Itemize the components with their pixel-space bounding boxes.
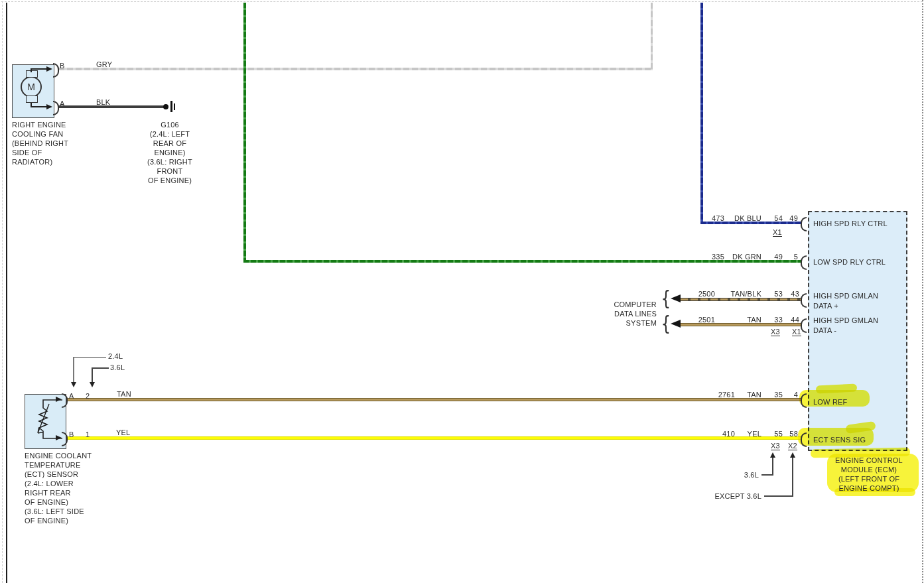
ecm-pin-connector — [801, 217, 807, 231]
ecm-pin-connector — [801, 432, 807, 447]
ecm-pin-label-ect-sens-sig: ECT SENS SIG — [813, 436, 866, 444]
ecm-pin-label-high-spd-rly: HIGH SPD RLY CTRL — [813, 220, 888, 228]
fan-internal-line — [31, 106, 48, 107]
ecm-pin-connector — [801, 393, 807, 408]
motor-brush-top — [26, 70, 38, 78]
callout-line — [92, 367, 93, 383]
brace-symbol: { — [661, 290, 671, 308]
yel-wire-label: YEL — [116, 428, 130, 437]
ect-pin-a-arrow — [56, 397, 62, 402]
fan-pin-b-arrow — [46, 66, 52, 72]
brace-symbol: { — [661, 315, 671, 333]
ground-symbol-dot — [163, 104, 168, 109]
dk-blu-wire-vertical — [700, 3, 703, 224]
pin-number: 5 — [783, 253, 798, 261]
pin-number: 43 — [785, 290, 799, 298]
wire-color-label: YEL — [727, 430, 761, 438]
ecm-pin-label-low-spd-rly: LOW SPD RLY CTRL — [813, 258, 886, 267]
blk-wire — [58, 105, 165, 108]
computer-data-lines-label: COMPUTER DATA LINES SYSTEM — [600, 300, 657, 328]
motor-brush-bottom — [26, 96, 38, 103]
wire-color-label: DK GRN — [727, 253, 761, 261]
circuit-number: 2500 — [682, 290, 715, 298]
wire-color-label: DK BLU — [727, 214, 761, 223]
dk-grn-wire-vertical — [243, 3, 246, 263]
callout-arrow-down — [71, 382, 76, 387]
ecm-pin-label-gmlan-plus-1: HIGH SPD GMLAN — [813, 292, 878, 300]
callout-except-3-6l: EXCEPT 3.6L — [700, 492, 761, 501]
connector-id: X3 — [771, 328, 780, 336]
motor-letter: M — [27, 82, 35, 92]
ect-sig-yel-wire — [66, 436, 801, 440]
ect-pin-b-connector — [62, 432, 68, 446]
connector-id: X2 — [788, 442, 797, 450]
pin-number: 49 — [763, 253, 783, 261]
pin-number: 35 — [763, 391, 783, 399]
callout-arrow-up — [770, 452, 775, 458]
gry-wire-label: GRY — [96, 60, 112, 69]
ground-symbol-bar — [174, 103, 175, 110]
pin-number: 49 — [783, 214, 798, 223]
fan-internal-line — [31, 68, 48, 70]
ect-pin-2-label: 2 — [86, 392, 90, 401]
callout-3-6l-top: 3.6L — [110, 363, 125, 372]
blk-wire-label: BLK — [96, 98, 110, 107]
callout-arrow-down — [90, 382, 95, 387]
ect-pin-1-label: 1 — [86, 430, 90, 439]
gry-wire-horizontal — [58, 68, 653, 70]
callout-line — [92, 367, 109, 369]
callout-2-4l: 2.4L — [108, 352, 123, 361]
circuit-number: 473 — [691, 214, 724, 223]
ecm-pin-label-gmlan-plus-2: DATA + — [813, 302, 838, 310]
ecm-pin-label-low-ref: LOW REF — [813, 398, 848, 407]
ecm-pin-connector — [801, 293, 807, 308]
fan-caption: RIGHT ENGINE COOLING FAN (BEHIND RIGHT S… — [12, 120, 68, 166]
pin-number: 33 — [763, 316, 783, 324]
connector-id: X1 — [773, 228, 782, 237]
data-line-arrow — [671, 294, 681, 302]
ecm-pin-label-gmlan-minus-1: HIGH SPD GMLAN — [813, 316, 878, 325]
ground-symbol-bar — [170, 101, 172, 112]
gry-wire-vertical — [651, 3, 653, 69]
fan-pin-a-arrow — [46, 104, 52, 109]
ecm-pin-connector — [801, 255, 807, 270]
callout-line — [73, 357, 106, 358]
ecm-pin-connector — [801, 318, 807, 333]
callout-line — [73, 357, 74, 383]
pin-number: 53 — [763, 290, 783, 298]
pin-number: 54 — [763, 214, 783, 223]
page-border-right — [922, 0, 923, 583]
callout-line — [764, 495, 793, 497]
fan-pin-a-label: A — [60, 99, 65, 108]
ect-caption: ENGINE COOLANT TEMPERATURE (ECT) SENSOR … — [25, 451, 92, 525]
ground-caption: G106 (2.4L: LEFT REAR OF ENGINE) (3.6L: … — [130, 120, 210, 185]
wiring-diagram-canvas: M B A GRY BLK RIGHT ENGINE COOLING FAN (… — [0, 0, 924, 583]
pin-number: 58 — [783, 430, 798, 438]
pin-number: 4 — [783, 391, 798, 399]
ecm-caption: ENGINE CONTROL MODULE (ECM) (LEFT FRONT … — [830, 456, 907, 493]
connector-id: X1 — [792, 328, 801, 336]
motor-symbol: M — [21, 76, 42, 97]
fan-pin-b-label: B — [60, 62, 65, 70]
tan-wire-label: TAN — [117, 390, 131, 399]
fan-pin-b-connector — [53, 63, 59, 78]
ect-pin-b-arrow — [56, 435, 62, 440]
circuit-number: 335 — [691, 253, 724, 261]
ecm-pin-label-gmlan-minus-2: DATA - — [813, 326, 836, 335]
pin-number: 55 — [763, 430, 783, 438]
page-border-left — [2, 1, 3, 583]
circuit-number: 2501 — [682, 316, 715, 324]
callout-arrow-up — [790, 452, 795, 458]
low-ref-tan-wire — [66, 398, 801, 401]
wire-color-label: TAN — [723, 316, 761, 324]
data-line-arrow — [671, 320, 681, 328]
ect-pin-b-label: B — [69, 430, 74, 439]
wire-color-label: TAN/BLK — [723, 290, 761, 298]
ect-pin-a-connector — [62, 393, 68, 408]
pin-number: 44 — [785, 316, 799, 324]
callout-3-6l: 3.6L — [730, 471, 759, 480]
connector-id: X3 — [771, 442, 780, 450]
page-border-top — [1, 1, 923, 2]
wire-color-label: TAN — [727, 391, 761, 399]
callout-line — [772, 458, 773, 476]
